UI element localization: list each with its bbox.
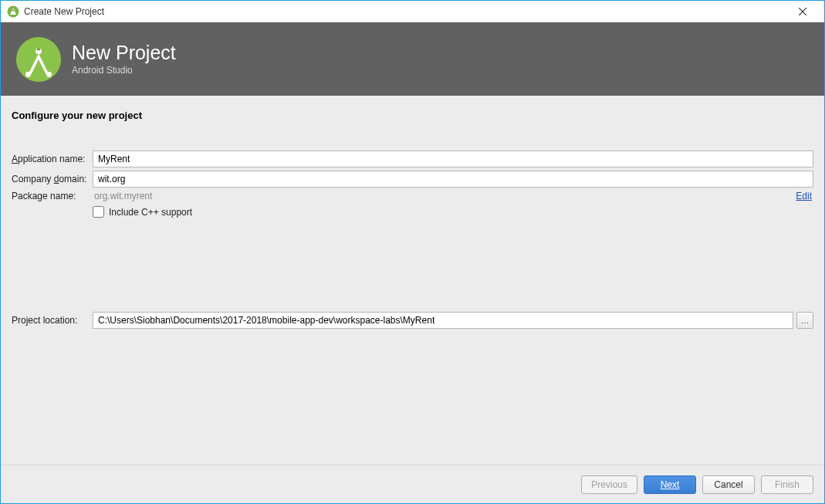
window-title: Create New Project [24,6,787,17]
project-location-label: Project location: [12,315,93,326]
package-name-row: Package name: org.wit.myrent Edit [12,191,813,201]
cancel-button[interactable]: Cancel [702,475,755,494]
titlebar: Create New Project [1,1,824,22]
browse-button[interactable]: … [796,312,813,329]
cpp-support-row: Include C++ support [93,206,813,218]
next-button[interactable]: Next [644,475,696,494]
svg-point-1 [12,9,14,11]
previous-button: Previous [581,475,637,494]
content-area: Configure your new project Application n… [1,96,824,465]
svg-rect-6 [37,48,40,50]
project-location-row: Project location: … [12,312,813,329]
app-name-row: Application name: [12,151,813,167]
android-studio-logo-icon [15,36,63,83]
company-domain-row: Company domain: [12,171,813,188]
footer: Previous Next Cancel Finish [1,465,824,503]
app-name-input[interactable] [93,151,813,167]
close-button[interactable] [787,2,818,22]
svg-point-8 [46,71,52,76]
app-icon [7,5,19,18]
app-name-label: Application name: [12,154,93,164]
package-name-label: Package name: [12,191,93,201]
company-domain-input[interactable] [93,171,813,188]
finish-button: Finish [761,475,813,494]
cpp-support-checkbox[interactable] [93,206,104,218]
banner-title: New Project [72,42,176,64]
package-name-value: org.wit.myrent [93,191,796,201]
edit-package-link[interactable]: Edit [796,191,812,201]
banner-text: New Project Android Studio [72,42,176,76]
banner-subtitle: Android Studio [72,65,176,76]
project-location-input[interactable] [93,312,793,329]
cpp-support-label: Include C++ support [109,207,192,218]
company-domain-label: Company domain: [12,174,93,184]
banner: New Project Android Studio [1,22,824,96]
svg-point-7 [25,71,31,76]
section-title: Configure your new project [12,110,813,121]
